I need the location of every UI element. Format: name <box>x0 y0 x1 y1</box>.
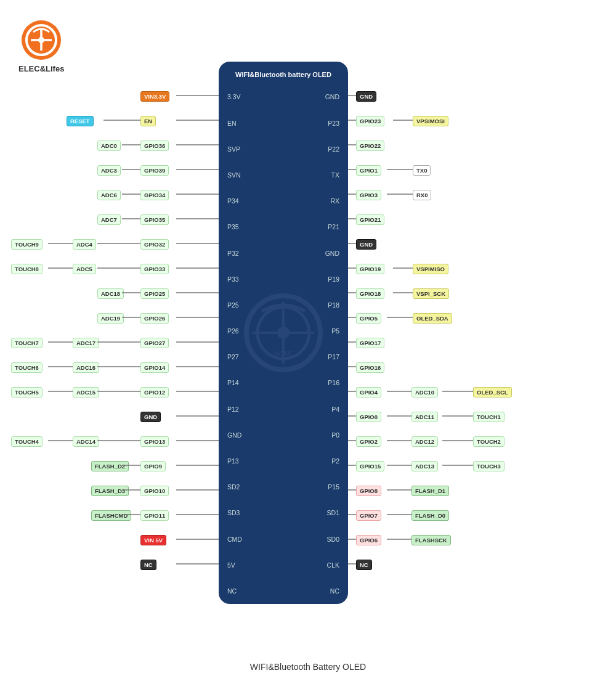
label-TOUCH2: TOUCH2 <box>473 436 505 447</box>
label-ADC13: ADC13 <box>411 461 438 471</box>
label-ADC10: ADC10 <box>411 387 438 398</box>
label-OLEDSCL: OLED_SCL <box>473 387 512 398</box>
label-TOUCH1: TOUCH1 <box>473 412 505 422</box>
pin-right-6: GND <box>316 250 339 257</box>
label-ADC19: ADC19 <box>97 313 124 324</box>
svg-point-2 <box>38 37 44 43</box>
pin-right-0: GND <box>316 93 339 100</box>
label-GPIO5: GPIO5 <box>356 313 381 324</box>
page-wrapper: ELEC&Lifes WIFI&Bluetooth battery OLED Н… <box>0 0 616 689</box>
svg-point-5 <box>277 327 290 339</box>
label-EN: EN <box>140 116 156 126</box>
pin-right-4: RX <box>316 197 339 205</box>
label-GPIO34: GPIO34 <box>140 190 169 200</box>
label-RX0: RX0 <box>413 190 431 200</box>
label-GPIO1: GPIO1 <box>356 165 381 176</box>
label-GPIO17: GPIO17 <box>356 338 384 348</box>
label-GPIO0: GPIO0 <box>356 412 381 422</box>
chip-row-18: 5V CLK <box>219 552 348 578</box>
label-FLASHD1: FLASH_D1 <box>411 486 449 496</box>
chip-row-12: P12 P4 <box>219 396 348 422</box>
chip-row-1: EN P23 <box>219 110 348 136</box>
pin-right-7: P19 <box>316 275 339 283</box>
chip-row-7: P33 P19 <box>219 266 348 292</box>
pin-left-11: P14 <box>227 379 251 386</box>
label-TOUCH3: TOUCH3 <box>473 461 505 471</box>
label-GPIO4: GPIO4 <box>356 387 381 398</box>
label-TOUCH5: TOUCH5 <box>11 387 43 398</box>
label-VSPIMISO: VSPIMISO <box>413 264 448 274</box>
label-GPIO39: GPIO39 <box>140 165 169 176</box>
chip-row-13: GND P0 <box>219 422 348 448</box>
label-FLASHSCK: FLASHSCK <box>411 535 451 545</box>
logo-icon <box>20 18 63 62</box>
chip-row-5: P35 P21 <box>219 214 348 240</box>
pin-right-2: P22 <box>316 145 339 153</box>
pin-left-4: P34 <box>227 197 251 205</box>
pin-left-19: NC <box>227 587 251 595</box>
pin-right-15: P15 <box>316 483 339 491</box>
pin-left-1: EN <box>227 120 251 127</box>
label-ADC15: ADC15 <box>73 387 99 398</box>
label-FLASHD0: FLASH_D0 <box>411 510 449 521</box>
label-GPIO3: GPIO3 <box>356 190 381 200</box>
label-GPIO14: GPIO14 <box>140 362 169 373</box>
pin-left-7: P33 <box>227 275 251 283</box>
label-GPIO35: GPIO35 <box>140 214 169 225</box>
pin-right-11: P16 <box>316 379 339 386</box>
pin-left-0: 3.3V <box>227 93 251 100</box>
label-ADC5: ADC5 <box>73 264 96 274</box>
label-GPIO8: GPIO8 <box>356 486 381 496</box>
chip-row-3: SVN TX <box>219 162 348 188</box>
chip-watermark: НОАС <box>240 290 326 376</box>
chip-row-17: CMD SD0 <box>219 526 348 552</box>
label-GND-L: GND <box>140 412 161 422</box>
label-ADC17: ADC17 <box>73 338 99 348</box>
label-OLEDSDA: OLED_SDA <box>413 313 452 324</box>
pin-right-5: P21 <box>316 223 339 230</box>
label-ADC4: ADC4 <box>73 239 96 250</box>
pin-right-16: SD1 <box>316 509 339 516</box>
label-NC-R: NC <box>356 560 372 570</box>
label-VPSIMOSI: VPSIMOSI <box>413 116 448 126</box>
chip-row-19: NC NC <box>219 578 348 604</box>
brand-name: ELEC&Lifes <box>18 64 64 73</box>
label-GPIO10: GPIO10 <box>140 486 169 496</box>
label-GPIO11: GPIO11 <box>140 510 169 521</box>
label-GPIO21: GPIO21 <box>356 214 384 225</box>
pin-right-18: CLK <box>316 561 339 569</box>
chip-row-14: P13 P2 <box>219 448 348 474</box>
logo-area: ELEC&Lifes <box>18 18 64 73</box>
label-GPIO12: GPIO12 <box>140 387 169 398</box>
chip-row-4: P34 RX <box>219 188 348 214</box>
pin-right-12: P4 <box>316 406 339 413</box>
chip-row-6: P32 GND <box>219 240 348 266</box>
label-ADC12: ADC12 <box>411 436 438 447</box>
pin-left-16: SD3 <box>227 509 251 516</box>
pin-right-13: P0 <box>316 431 339 439</box>
label-NC-L: NC <box>140 560 156 570</box>
label-ADC16: ADC16 <box>73 362 99 373</box>
pin-left-5: P35 <box>227 223 251 230</box>
label-TOUCH8: TOUCH8 <box>11 264 43 274</box>
label-GPIO32: GPIO32 <box>140 239 169 250</box>
pin-left-14: P13 <box>227 457 251 465</box>
label-GPIO22: GPIO22 <box>356 141 384 151</box>
chip-row-0: 3.3V GND <box>219 84 348 110</box>
chip-body: WIFI&Bluetooth battery OLED НОАС 3.3V GN… <box>219 62 348 604</box>
label-VIN5V: VIN 5V <box>140 535 166 545</box>
pin-left-2: SVP <box>227 145 251 153</box>
label-GPIO26: GPIO26 <box>140 313 169 324</box>
pin-left-12: P12 <box>227 406 251 413</box>
label-GPIO19: GPIO19 <box>356 264 384 274</box>
label-GPIO27: GPIO27 <box>140 338 169 348</box>
pin-left-3: SVN <box>227 171 251 179</box>
label-GPIO15: GPIO15 <box>356 461 384 471</box>
label-ADC11: ADC11 <box>411 412 438 422</box>
pin-left-17: CMD <box>227 536 251 543</box>
label-GPIO13: GPIO13 <box>140 436 169 447</box>
pin-right-3: TX <box>316 171 339 179</box>
label-RESET: RESET <box>67 116 94 126</box>
label-ADC6: ADC6 <box>97 190 121 200</box>
label-TOUCH7: TOUCH7 <box>11 338 43 348</box>
